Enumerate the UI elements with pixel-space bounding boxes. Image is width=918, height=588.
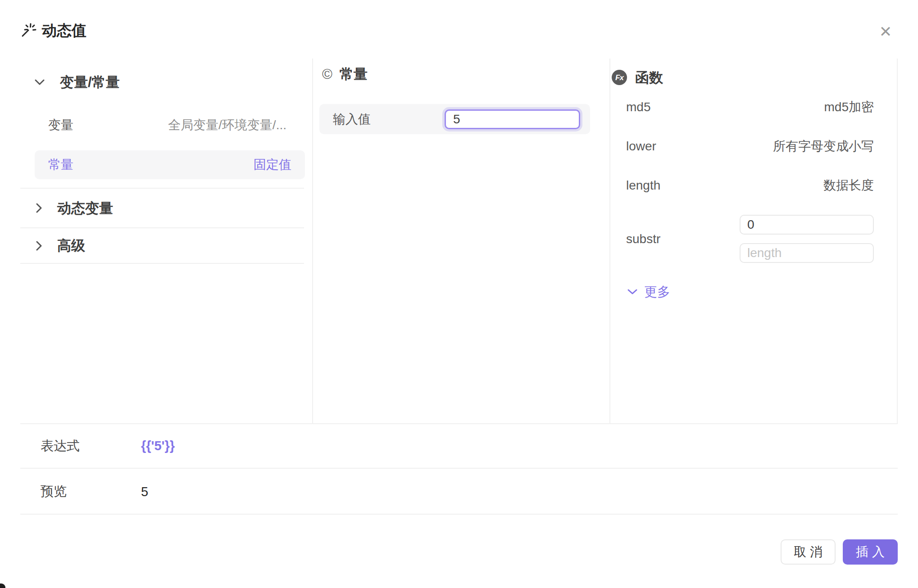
panes-container: 变量/常量 变量 全局变量/环境变量/... 常量 固定值 动态变量 [20, 59, 898, 424]
fx-icon: Fx [612, 70, 627, 85]
source-panel: 变量/常量 变量 全局变量/环境变量/... 常量 固定值 动态变量 [20, 59, 313, 423]
option-value: 全局变量/环境变量/... [168, 119, 286, 131]
functions-panel-header: Fx 函数 [612, 68, 897, 87]
dialog-title: 动态值 [42, 23, 86, 38]
option-label: 常量 [48, 158, 73, 171]
chevron-right-icon [36, 241, 42, 251]
expression-row: 表达式 {{'5'}} [20, 424, 898, 469]
substr-length-input[interactable] [740, 243, 874, 263]
section-dynamic-variables[interactable]: 动态变量 [36, 189, 312, 227]
preview-value: 5 [141, 484, 148, 499]
function-name: md5 [626, 101, 650, 113]
copyright-icon: © [322, 67, 332, 81]
function-name: length [626, 179, 660, 192]
magic-wand-icon [20, 22, 36, 38]
function-desc: md5加密 [824, 101, 874, 113]
chevron-down-icon [627, 289, 638, 295]
function-name: substr [626, 232, 660, 246]
panel-title: 函数 [635, 71, 663, 85]
dynamic-value-dialog: 动态值 ✕ 变量/常量 变量 全局变量/环境变量/... 常量 固定值 [0, 0, 918, 588]
input-label: 输入值 [333, 111, 371, 128]
substr-args [740, 215, 874, 263]
substr-start-input[interactable] [740, 215, 874, 235]
close-icon: ✕ [879, 24, 892, 39]
close-button[interactable]: ✕ [875, 21, 896, 42]
option-label: 变量 [48, 119, 73, 131]
preview-row: 预览 5 [20, 470, 898, 515]
function-name: lower [626, 140, 656, 153]
insert-button[interactable]: 插 入 [843, 539, 898, 565]
more-functions-link[interactable]: 更多 [627, 283, 897, 301]
expression-value: {{'5'}} [141, 439, 175, 453]
chevron-right-icon [36, 203, 42, 213]
dialog-header: 动态值 [20, 20, 864, 41]
function-desc: 所有字母变成小写 [773, 140, 874, 153]
more-label: 更多 [644, 285, 670, 299]
footer-buttons: 取 消 插 入 [781, 539, 898, 565]
screen-corner-artifact [0, 583, 5, 588]
section-label: 动态变量 [57, 201, 113, 215]
section-label: 高级 [57, 239, 85, 253]
constant-input-row: 输入值 [319, 104, 590, 134]
function-row-substr[interactable]: substr [626, 215, 874, 263]
constant-panel-header: © 常量 [322, 64, 609, 84]
preview-label: 预览 [41, 483, 141, 501]
functions-panel: Fx 函数 md5 md5加密 lower 所有字母变成小写 length 数据… [610, 59, 897, 423]
section-variables-constants[interactable]: 变量/常量 [35, 73, 312, 91]
section-advanced[interactable]: 高级 [36, 228, 312, 263]
option-variable[interactable]: 变量 全局变量/环境变量/... [48, 116, 286, 134]
constant-panel: © 常量 输入值 [313, 59, 610, 423]
expression-label: 表达式 [41, 437, 141, 455]
option-value: 固定值 [254, 158, 291, 171]
chevron-down-icon [35, 79, 45, 85]
section-label: 变量/常量 [60, 75, 120, 89]
function-desc: 数据长度 [823, 179, 874, 192]
function-row-md5[interactable]: md5 md5加密 [626, 87, 874, 127]
option-constant[interactable]: 常量 固定值 [35, 150, 305, 179]
divider [20, 263, 304, 264]
panel-title: 常量 [340, 67, 368, 81]
function-row-lower[interactable]: lower 所有字母变成小写 [626, 127, 874, 166]
constant-value-input[interactable] [445, 109, 580, 129]
cancel-button[interactable]: 取 消 [781, 539, 836, 565]
function-row-length[interactable]: length 数据长度 [626, 166, 874, 205]
